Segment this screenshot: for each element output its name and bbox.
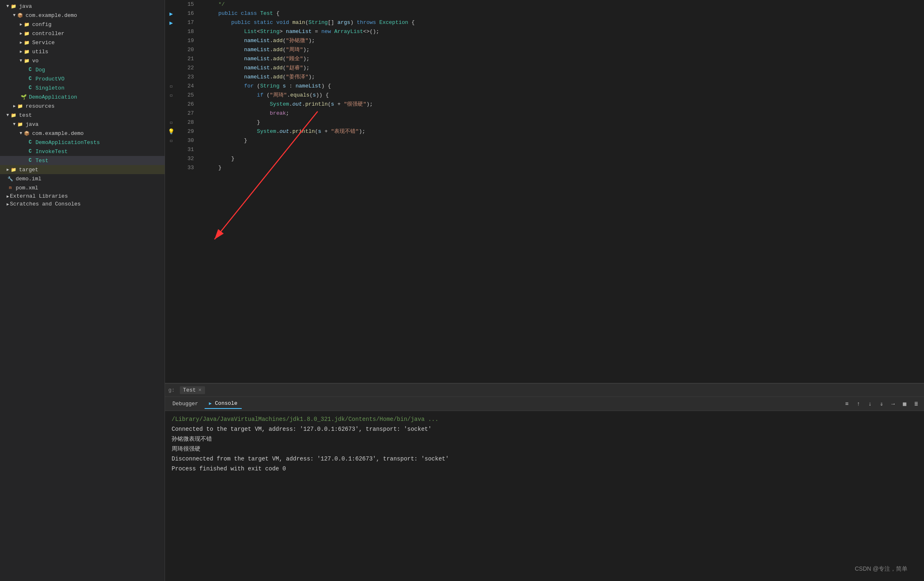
code-content-area[interactable]: ▶ ▶ ◻ ◻ [165,0,924,383]
sidebar-item-vo[interactable]: ▶ 📁 vo [0,56,165,65]
line-num-15: 15 [177,0,197,9]
sidebar-item-label: java [26,121,38,128]
toolbar-up-btn[interactable]: ↑ [854,399,863,409]
arrow-icon: ▶ [19,132,24,135]
sidebar-item-productvo[interactable]: C ProductVO [0,74,165,83]
sidebar-item-dog[interactable]: C Dog [0,65,165,74]
run-tabs[interactable]: g: Test × [165,384,924,397]
toolbar-down-to-btn[interactable]: ⇓ [877,399,886,409]
fold-icon[interactable]: ◻ [170,84,172,89]
toolbar-menu-btn[interactable]: ≡ [842,399,851,409]
sidebar-item-demoapplicationtests[interactable]: C DemoApplicationTests [0,138,165,147]
java-class-icon: C [26,84,34,92]
sidebar-item-config[interactable]: ▶ 📁 config [0,20,165,29]
sidebar-item-service[interactable]: ▶ 📁 Service [0,38,165,47]
folder-icon: 📁 [23,21,31,28]
fold-icon[interactable]: ◻ [170,138,172,143]
gutter-line-21 [165,54,177,64]
debug-toolbar[interactable]: Debugger ▶ Console ≡ ↑ ↓ ⇓ → ▦ ≣ [165,397,924,411]
sidebar-item-resources[interactable]: ▶ 📁 resources [0,102,165,111]
sidebar-item-com-example-demo[interactable]: ▶ 📦 com.example.demo [0,11,165,20]
gutter-line-22 [165,64,177,73]
toolbar-grid-btn[interactable]: ▦ [900,399,909,409]
sidebar-item-label: InvokeTest [35,149,68,155]
sidebar-item-singleton[interactable]: C Singleton [0,83,165,92]
toolbar-next-btn[interactable]: → [889,399,898,409]
console-line-8: Process finished with exit code 0 [172,464,917,474]
sidebar-item-utils[interactable]: ▶ 📁 utils [0,47,165,56]
gutter-line-24: ◻ [165,82,177,91]
sidebar-item-test-root[interactable]: ▶ 📁 test [0,111,165,120]
code-line-25: if ("周琦".equals(s)) { [205,91,924,100]
spring-icon: 🌱 [20,93,27,101]
file-tree[interactable]: ▶ 📁 java ▶ 📦 com.example.demo ▶ 📁 config… [0,0,165,581]
sidebar-item-label: Test [35,158,48,164]
source-code[interactable]: */ public class Test { public static voi… [202,0,924,383]
sidebar-item-target[interactable]: ▶ 📁 target [0,165,165,174]
sidebar-item-invoketest[interactable]: C InvokeTest [0,147,165,156]
sidebar-item-label: java [19,3,32,9]
line-num-22: 22 [177,64,197,73]
sidebar-item-label: DemoApplication [29,94,77,100]
sidebar-item-scratches[interactable]: ▶ Scratches and Consoles [0,200,165,208]
fold-icon[interactable]: ◻ [170,120,172,125]
exec-arrow-icon: ▶ [170,10,173,17]
folder-icon: 📁 [23,30,31,37]
folder-icon: 📁 [10,2,17,10]
watermark: CSDN @专注，简单 [855,565,908,573]
toolbar-down-btn[interactable]: ↓ [865,399,874,409]
folder-icon: 📁 [16,102,24,110]
code-line-32: } [205,154,924,163]
gutter-line-29: 💡 [165,127,177,136]
toolbar-list-btn[interactable]: ≣ [912,399,921,409]
sidebar-item-demoapplication[interactable]: 🌱 DemoApplication [0,92,165,102]
sidebar-item-java-test[interactable]: ▶ 📁 java [0,120,165,129]
run-tab-test-label: Test [183,387,196,393]
tab-debugger[interactable]: Debugger [168,399,202,409]
debugger-label: Debugger [172,401,198,407]
gutter-line-19 [165,36,177,45]
sidebar-item-pom-xml[interactable]: m pom.xml [0,183,165,192]
sidebar-item-label: Singleton [35,85,64,91]
run-tab-close-button[interactable]: × [198,387,202,393]
sidebar-item-demo-iml[interactable]: 🔧 demo.iml [0,174,165,183]
line-num-17: 17 [177,18,197,27]
sidebar-item-label: config [32,21,52,28]
code-line-23: nameList.add("姜伟泽"); [205,73,924,82]
line-num-24: 24 [177,82,197,91]
sidebar-item-label: test [19,112,32,118]
console-line-1: /Library/Java/JavaVirtualMachines/jdk1.8… [172,414,917,424]
tab-console[interactable]: ▶ Console [205,399,241,409]
package-icon: 📦 [16,12,24,19]
sidebar-item-external-libraries[interactable]: ▶ External Libraries [0,192,165,200]
sidebar-item-label: vo [32,58,39,64]
sidebar-item-test[interactable]: C Test [0,156,165,165]
code-line-28: } [205,118,924,127]
exec-arrow-icon: ▶ [170,19,173,26]
arrow-icon: ▶ [20,40,22,45]
sidebar-item-java[interactable]: ▶ 📁 java [0,2,165,11]
sidebar-item-label: com.example.demo [32,130,84,137]
fold-icon[interactable]: ◻ [170,93,172,98]
code-line-17: public static void main(String[] args) t… [205,18,924,27]
gutter-line-18 [165,27,177,36]
line-num-16: 16 [177,9,197,18]
line-num-21: 21 [177,54,197,64]
gutter: ▶ ▶ ◻ ◻ [165,0,177,383]
code-line-27: break; [205,109,924,118]
folder-icon: 📁 [23,57,31,64]
sidebar-item-label: demo.iml [16,176,41,182]
sidebar-item-com-example-demo-test[interactable]: ▶ 📦 com.example.demo [0,129,165,138]
arrow-icon: ▶ [20,49,22,54]
gutter-line-16: ▶ [165,9,177,18]
line-num-18: 18 [177,27,197,36]
code-line-21: nameList.add("顾全"); [205,54,924,64]
folder-icon: 📁 [10,166,17,173]
run-tab-test[interactable]: Test × [180,386,205,394]
bottom-panel: g: Test × Debugger ▶ Console ≡ ↑ ↓ [165,383,924,581]
sidebar-item-controller[interactable]: ▶ 📁 controller [0,29,165,38]
code-line-24: for (String s : nameList) { [205,82,924,91]
line-num-28: 28 [177,118,197,127]
sidebar-item-label: Scratches and Consoles [10,201,81,207]
bulb-icon[interactable]: 💡 [168,128,174,135]
